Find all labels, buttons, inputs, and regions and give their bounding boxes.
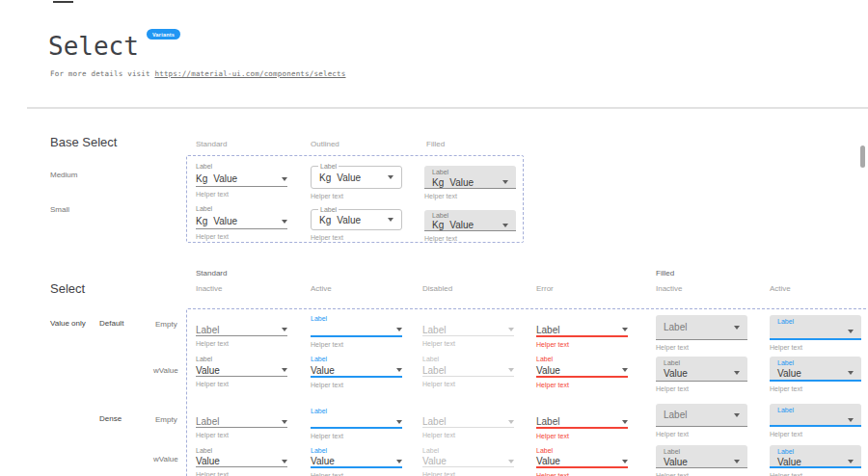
select-value: Value bbox=[422, 456, 447, 466]
dropdown-caret-icon bbox=[508, 368, 514, 372]
helper-text: Helper text bbox=[311, 193, 402, 200]
filled-field: Label Value bbox=[656, 357, 747, 382]
select-underline bbox=[196, 228, 287, 229]
select-filled-active-dense-empty[interactable]: Label Helper text bbox=[770, 404, 861, 438]
select-value: Value bbox=[213, 173, 237, 184]
select-underline bbox=[311, 335, 402, 337]
filled-field: Label Kg Value bbox=[424, 210, 516, 231]
select-underline bbox=[422, 335, 514, 336]
dropdown-caret-icon bbox=[388, 218, 393, 222]
base-outlined-small-select[interactable]: Label Kg Value Helper text bbox=[311, 209, 402, 242]
select-underline bbox=[311, 466, 402, 468]
select-placeholder: Label bbox=[536, 416, 559, 427]
select-value: Value bbox=[449, 177, 474, 188]
select-underline bbox=[536, 466, 628, 468]
select-filled-inactive-default-empty[interactable]: Label Helper text bbox=[656, 315, 747, 352]
select-standard-inactive-dense-empty[interactable]: Label Helper text bbox=[196, 407, 287, 439]
select-filled-inactive-default-wvalue[interactable]: Label Value Helper text bbox=[656, 357, 747, 393]
dropdown-caret-icon bbox=[396, 460, 402, 463]
select-standard-disabled-default-empty[interactable]: Label Helper text bbox=[422, 314, 514, 348]
select-adornment: Kg bbox=[432, 220, 444, 230]
select-standard-error-dense-wvalue[interactable]: Label Value Helper text bbox=[536, 446, 628, 476]
select-label: Label bbox=[196, 204, 287, 214]
select-label: Label bbox=[318, 205, 339, 214]
helper-text: Helper text bbox=[424, 235, 516, 243]
column-header-active: Active bbox=[311, 284, 332, 293]
floating-label-slot bbox=[536, 314, 628, 324]
helper-text: Helper text bbox=[656, 385, 747, 393]
helper-text: Helper text bbox=[196, 471, 287, 476]
base-filled-small-select[interactable]: Label Kg Value Helper text bbox=[424, 210, 516, 243]
outlined-field: Label Kg Value bbox=[311, 166, 402, 189]
select-standard-active-dense-empty[interactable]: Label Helper text bbox=[311, 407, 402, 440]
dropdown-caret-icon bbox=[734, 371, 740, 375]
filled-field: Label bbox=[770, 404, 861, 427]
select-value: Value bbox=[196, 456, 220, 466]
select-placeholder: Label bbox=[196, 325, 219, 335]
filled-field: Label bbox=[656, 404, 747, 427]
select-adornment: Kg bbox=[196, 216, 207, 226]
floating-label: Label bbox=[777, 404, 854, 414]
floating-label: Label bbox=[196, 355, 287, 364]
row-header-wvalue-dense: wValue bbox=[153, 455, 178, 463]
select-value: Value bbox=[311, 365, 335, 376]
select-filled-active-default-empty[interactable]: Label Helper text bbox=[770, 315, 861, 352]
floating-label: Label bbox=[536, 355, 628, 364]
floating-label: Label bbox=[196, 446, 287, 456]
filled-field: Label Value bbox=[656, 445, 747, 468]
base-outlined-medium-select[interactable]: Label Kg Value Helper text bbox=[311, 166, 402, 200]
select-filled-inactive-dense-empty[interactable]: Label Helper text bbox=[656, 404, 747, 438]
floating-label: Label bbox=[777, 445, 854, 456]
column-header-filled: Filled bbox=[426, 140, 445, 148]
select-standard-inactive-dense-wvalue[interactable]: Label Value Helper text bbox=[196, 446, 287, 476]
dropdown-caret-icon bbox=[734, 413, 740, 417]
select-underline bbox=[196, 186, 287, 187]
column-header-inactive: Inactive bbox=[196, 284, 223, 293]
select-standard-error-dense-empty[interactable]: Label Helper text bbox=[536, 407, 628, 440]
floating-label-slot bbox=[536, 407, 628, 416]
select-standard-active-default-wvalue[interactable]: Label Value Helper text bbox=[311, 355, 402, 389]
select-standard-inactive-default-empty[interactable]: Label Helper text bbox=[196, 314, 287, 348]
filled-field: Label bbox=[770, 315, 861, 340]
select-standard-disabled-dense-wvalue[interactable]: Label Value Helper text bbox=[422, 446, 514, 476]
outlined-field: Label Kg Value bbox=[311, 209, 402, 230]
base-standard-medium-select[interactable]: Label Kg Value Helper text bbox=[196, 162, 287, 198]
select-standard-disabled-default-wvalue[interactable]: Label Label Helper text bbox=[422, 355, 514, 388]
select-value: Value bbox=[536, 365, 560, 376]
select-standard-error-default-wvalue[interactable]: Label Value Helper text bbox=[536, 355, 628, 389]
helper-text: Helper text bbox=[770, 385, 861, 393]
helper-text: Helper text bbox=[656, 472, 747, 476]
section-divider bbox=[27, 107, 868, 109]
select-filled-inactive-dense-wvalue[interactable]: Label Value Helper text bbox=[656, 445, 747, 476]
column-header-filled-active: Active bbox=[770, 284, 791, 293]
helper-text: Helper text bbox=[196, 233, 287, 241]
select-standard-inactive-default-wvalue[interactable]: Label Value Helper text bbox=[196, 355, 287, 388]
floating-label: Label bbox=[422, 446, 514, 456]
variants-badge: Variants bbox=[147, 29, 180, 40]
dropdown-caret-icon bbox=[734, 326, 740, 330]
select-filled-active-default-wvalue[interactable]: Label Value Helper text bbox=[770, 357, 861, 393]
filled-field: Label Value bbox=[770, 357, 861, 382]
dropdown-caret-icon bbox=[388, 175, 393, 179]
select-adornment: Kg bbox=[432, 177, 444, 188]
select-standard-active-dense-wvalue[interactable]: Label Value Helper text bbox=[311, 446, 402, 476]
subtitle-link[interactable]: https://material-ui.com/components/selec… bbox=[154, 69, 345, 78]
select-standard-disabled-dense-empty[interactable]: Label Helper text bbox=[422, 407, 514, 439]
group-header-filled: Filled bbox=[656, 269, 674, 278]
dropdown-caret-icon bbox=[282, 328, 287, 331]
floating-label-slot bbox=[196, 314, 287, 324]
dropdown-caret-icon bbox=[508, 420, 514, 424]
select-label: Label bbox=[432, 166, 508, 176]
select-standard-error-default-empty[interactable]: Label Helper text bbox=[536, 314, 628, 349]
scrollbar-thumb[interactable] bbox=[860, 145, 865, 168]
floating-label: Label bbox=[311, 314, 402, 324]
base-standard-small-select[interactable]: Label Kg Value Helper text bbox=[196, 204, 287, 241]
select-filled-active-dense-wvalue[interactable]: Label Value Helper text bbox=[770, 445, 861, 476]
select-standard-active-default-empty[interactable]: Label Helper text bbox=[311, 314, 402, 349]
base-filled-medium-select[interactable]: Label Kg Value Helper text bbox=[424, 166, 516, 200]
helper-text: Helper text bbox=[311, 341, 402, 349]
helper-text: Helper text bbox=[422, 432, 514, 439]
row-group-dense: Dense bbox=[99, 414, 122, 423]
floating-label: Label bbox=[777, 357, 854, 367]
select-value: Value bbox=[536, 456, 560, 466]
